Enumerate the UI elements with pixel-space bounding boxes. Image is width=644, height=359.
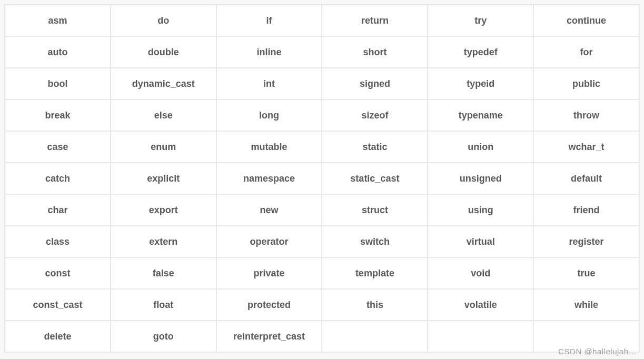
table-cell: virtual — [428, 226, 533, 257]
table-cell: mutable — [217, 132, 322, 162]
table-cell: int — [217, 68, 322, 99]
table-cell: namespace — [217, 163, 322, 194]
table-row: auto double inline short typedef for — [5, 37, 639, 67]
table-cell: dynamic_cast — [111, 68, 216, 99]
table-cell: float — [111, 290, 216, 320]
table-cell: delete — [5, 321, 110, 352]
table-cell: try — [428, 5, 533, 36]
table-cell: const — [5, 258, 110, 288]
table-row: char export new struct using friend — [5, 195, 639, 225]
table-row: asm do if return try continue — [5, 5, 639, 36]
table-cell: template — [322, 258, 427, 288]
table-cell: register — [534, 226, 639, 257]
table-cell: inline — [217, 37, 322, 67]
table-cell: signed — [322, 68, 427, 99]
table-cell: false — [111, 258, 216, 288]
table-cell: switch — [322, 226, 427, 257]
table-cell: static_cast — [322, 163, 427, 194]
table-body: asm do if return try continue auto doubl… — [5, 5, 639, 352]
table-row: bool dynamic_cast int signed typeid publ… — [5, 68, 639, 99]
table-cell: void — [428, 258, 533, 288]
table-cell-empty — [428, 321, 533, 352]
table-row: delete goto reinterpret_cast — [5, 321, 639, 352]
table-cell: default — [534, 163, 639, 194]
table-cell: throw — [534, 100, 639, 131]
table-cell: short — [322, 37, 427, 67]
table-cell: do — [111, 5, 216, 36]
table-cell: case — [5, 132, 110, 162]
table-cell: continue — [534, 5, 639, 36]
table-cell: bool — [5, 68, 110, 99]
table-cell: true — [534, 258, 639, 288]
table-cell: explicit — [111, 163, 216, 194]
table-cell: break — [5, 100, 110, 131]
keyword-table: asm do if return try continue auto doubl… — [4, 4, 640, 353]
table-cell: protected — [217, 290, 322, 320]
table-cell: wchar_t — [534, 132, 639, 162]
table-cell: else — [111, 100, 216, 131]
table-row: const_cast float protected this volatile… — [5, 290, 639, 320]
table-cell: export — [111, 195, 216, 225]
table-cell: for — [534, 37, 639, 67]
table-cell: typeid — [428, 68, 533, 99]
table-cell: typename — [428, 100, 533, 131]
table-cell: typedef — [428, 37, 533, 67]
table-cell: extern — [111, 226, 216, 257]
table-cell: long — [217, 100, 322, 131]
table-cell: auto — [5, 37, 110, 67]
table-cell: const_cast — [5, 290, 110, 320]
table-row: const false private template void true — [5, 258, 639, 288]
table-cell: char — [5, 195, 110, 225]
table-cell: operator — [217, 226, 322, 257]
table-cell: private — [217, 258, 322, 288]
table-cell: while — [534, 290, 639, 320]
table-row: break else long sizeof typename throw — [5, 100, 639, 131]
table-cell: union — [428, 132, 533, 162]
table-cell: volatile — [428, 290, 533, 320]
table-cell: this — [322, 290, 427, 320]
table-cell-empty — [322, 321, 427, 352]
table-row: class extern operator switch virtual reg… — [5, 226, 639, 257]
table-cell: using — [428, 195, 533, 225]
table-cell: goto — [111, 321, 216, 352]
table-cell: sizeof — [322, 100, 427, 131]
table-cell: class — [5, 226, 110, 257]
table-cell: public — [534, 68, 639, 99]
watermark: CSDN @hallelujah… — [558, 347, 637, 356]
table-cell: reinterpret_cast — [217, 321, 322, 352]
table-cell: struct — [322, 195, 427, 225]
table-cell: double — [111, 37, 216, 67]
table-cell: unsigned — [428, 163, 533, 194]
table-cell: static — [322, 132, 427, 162]
table-row: catch explicit namespace static_cast uns… — [5, 163, 639, 194]
table-cell: friend — [534, 195, 639, 225]
table-cell: enum — [111, 132, 216, 162]
table-row: case enum mutable static union wchar_t — [5, 132, 639, 162]
table-cell: new — [217, 195, 322, 225]
table-cell: return — [322, 5, 427, 36]
table-cell: catch — [5, 163, 110, 194]
table-cell: if — [217, 5, 322, 36]
table-cell: asm — [5, 5, 110, 36]
